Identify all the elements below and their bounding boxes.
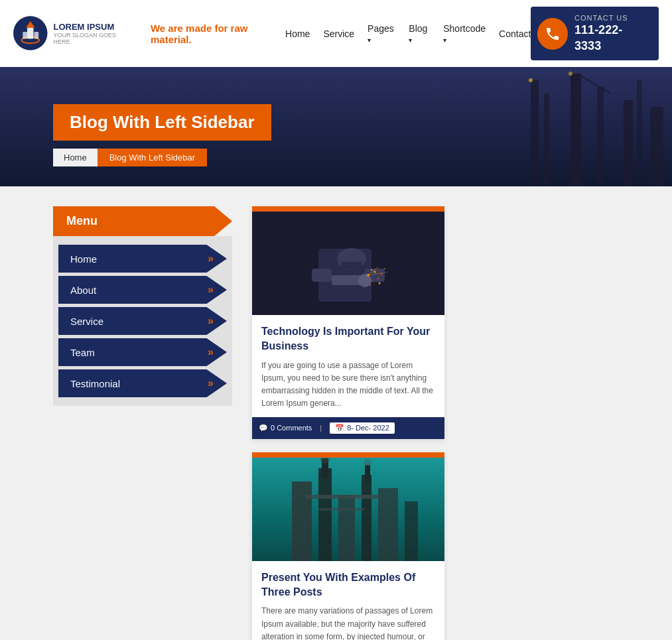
hero-title-box: Blog With Left Sidebar [53, 104, 271, 141]
logo-area: LOREM IPSUM YOUR SLOGAN GOES HERE [13, 15, 131, 52]
sidebar-menu: Home » About » Service » Team » Testimon… [53, 236, 232, 406]
svg-rect-14 [650, 107, 663, 186]
blog-card-1-comments: 💬 0 Comments [259, 424, 312, 432]
header: LOREM IPSUM YOUR SLOGAN GOES HERE We are… [0, 0, 672, 67]
main-nav: Home Service Pages Blog Shortcode Contac… [285, 23, 531, 44]
sidebar-team-label: Team [70, 347, 95, 358]
logo-icon [13, 15, 48, 52]
sidebar-arrow-service: » [208, 315, 214, 327]
hero-banner: Blog With Left Sidebar Home Blog With Le… [0, 67, 672, 186]
svg-rect-43 [338, 495, 355, 561]
nav-pages[interactable]: Pages [368, 23, 395, 44]
blog-area: Technology Is Important For Your Busines… [252, 206, 619, 640]
logo-tagline: YOUR SLOGAN GOES HERE [53, 32, 130, 45]
sidebar-arrow-testimonial: » [208, 377, 214, 389]
blog-card-1-footer: 💬 0 Comments | 📅 8- Dec- 2022 [252, 417, 444, 439]
contact-block: CONTACT US 111-222-3333 [531, 7, 659, 60]
svg-point-16 [529, 78, 533, 82]
sidebar-arrow-about: » [208, 284, 214, 296]
svg-rect-3 [23, 32, 27, 38]
sidebar-item-home[interactable]: Home » [58, 245, 227, 273]
svg-point-27 [377, 278, 379, 279]
sidebar-service-label: Service [70, 316, 103, 327]
contact-phone: 111-222-3333 [574, 23, 645, 54]
svg-rect-41 [292, 481, 312, 561]
svg-point-32 [379, 283, 381, 285]
svg-rect-12 [624, 100, 633, 186]
blog-card-2-image [252, 455, 444, 561]
svg-rect-13 [637, 80, 642, 186]
nav-home[interactable]: Home [285, 29, 310, 39]
svg-rect-44 [362, 475, 371, 561]
hero-content: Blog With Left Sidebar Home Blog With Le… [53, 104, 619, 166]
svg-point-30 [384, 268, 385, 269]
contact-label: CONTACT US [574, 13, 645, 23]
breadcrumb: Home Blog With Left Sidebar [53, 149, 619, 166]
sidebar-menu-title: Menu [53, 206, 232, 236]
blog-card-1-date: 📅 8- Dec- 2022 [330, 422, 395, 434]
sidebar-item-service[interactable]: Service » [58, 307, 227, 335]
calendar-icon-1: 📅 [335, 424, 344, 432]
comment-icon: 💬 [259, 424, 268, 432]
blog-card-2-body: Present You With Examples Of Three Posts… [252, 561, 444, 640]
blog-card-1-body: Technology Is Important For Your Busines… [252, 315, 444, 411]
svg-point-28 [371, 269, 372, 271]
blog-card-2: Present You With Examples Of Three Posts… [252, 452, 444, 640]
contact-info: CONTACT US 111-222-3333 [574, 13, 645, 54]
sidebar-item-team[interactable]: Team » [58, 338, 227, 366]
nav-blog[interactable]: Blog [409, 23, 430, 44]
footer-divider-1: | [320, 424, 322, 432]
date-1: 8- Dec- 2022 [347, 424, 389, 432]
blog-card-1-image [252, 209, 444, 315]
blog-card-2-title: Present You With Examples Of Three Posts [261, 570, 435, 600]
sidebar-testimonial-label: Testimonial [70, 378, 120, 389]
blog-card-1-excerpt: If you are going to use a passage of Lor… [261, 359, 435, 411]
sidebar-home-label: Home [70, 253, 97, 265]
sidebar-item-testimonial[interactable]: Testimonial » [58, 369, 227, 397]
svg-point-31 [370, 285, 371, 286]
svg-point-52 [364, 459, 371, 467]
svg-rect-38 [252, 209, 444, 212]
svg-point-26 [374, 271, 376, 273]
blog-card-1: Technology Is Important For Your Busines… [252, 206, 444, 439]
svg-rect-21 [312, 269, 332, 282]
breadcrumb-home[interactable]: Home [53, 149, 98, 166]
svg-rect-45 [378, 488, 398, 561]
header-slogan: We are made for raw material. [151, 23, 285, 45]
svg-rect-37 [342, 262, 362, 269]
page-title: Blog With Left Sidebar [70, 112, 255, 133]
comment-count: 0 Comments [271, 424, 312, 432]
svg-rect-47 [305, 495, 378, 499]
blog-card-2-excerpt: There are many variations of passages of… [261, 605, 435, 640]
blog-card-1-title: Technology Is Important For Your Busines… [261, 324, 435, 354]
logo-name: LOREM IPSUM [53, 22, 130, 32]
nav-service[interactable]: Service [323, 29, 354, 39]
svg-rect-48 [318, 508, 365, 511]
breadcrumb-current: Blog With Left Sidebar [98, 149, 207, 166]
svg-point-17 [569, 72, 572, 76]
nav-shortcode[interactable]: Shortcode [443, 23, 486, 44]
svg-rect-42 [318, 468, 332, 561]
sidebar-item-about[interactable]: About » [58, 276, 227, 304]
svg-rect-53 [252, 455, 444, 458]
sidebar-arrow-home: » [208, 253, 214, 265]
main-content: Menu Home » About » Service » Team » Tes… [0, 186, 672, 640]
phone-icon [537, 18, 568, 50]
svg-rect-4 [34, 32, 38, 38]
svg-rect-2 [27, 27, 34, 38]
svg-rect-50 [365, 465, 370, 481]
sidebar: Menu Home » About » Service » Team » Tes… [53, 206, 232, 640]
sidebar-about-label: About [70, 285, 96, 296]
nav-contact[interactable]: Contact [499, 29, 531, 39]
svg-rect-46 [405, 501, 418, 561]
sidebar-arrow-team: » [208, 346, 214, 358]
